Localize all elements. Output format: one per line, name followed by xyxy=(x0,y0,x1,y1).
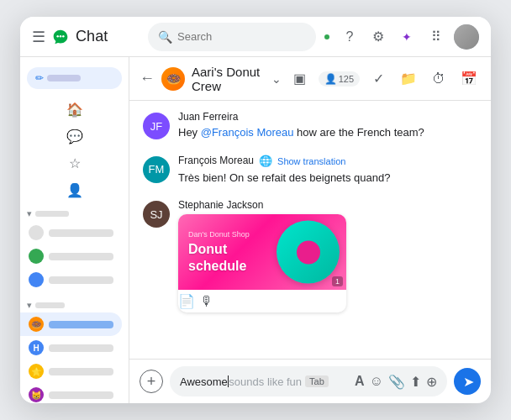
compose-button[interactable]: ✏ xyxy=(27,67,122,89)
tab-hint: Tab xyxy=(305,375,329,387)
message-group-1: JF Juan Ferreira Hey @François Moreau ho… xyxy=(143,111,477,141)
sidebar-item-1[interactable] xyxy=(20,221,122,244)
sidebar-item-4[interactable]: 🌟 xyxy=(20,360,122,383)
mention-francois[interactable]: @François Moreau xyxy=(201,126,294,139)
sidebar-item-5[interactable]: 😸 xyxy=(20,383,122,403)
show-translation-button[interactable]: Show translation xyxy=(277,156,345,166)
item-1-icon xyxy=(29,225,44,240)
user-avatar[interactable] xyxy=(454,24,479,50)
people-icon[interactable]: 👤 xyxy=(65,180,85,200)
video-call-button[interactable]: ▣ xyxy=(288,67,312,91)
donut-card[interactable]: Dan's Donut Shop Donut schedule xyxy=(178,214,346,312)
sparkle-icon[interactable]: ✦ xyxy=(397,27,417,47)
home-icon[interactable]: 🏠 xyxy=(65,99,85,119)
search-input[interactable] xyxy=(177,30,306,43)
star-icon[interactable]: ☆ xyxy=(65,153,85,173)
item-5-label xyxy=(49,391,113,399)
typed-text: Awesome xyxy=(180,375,228,388)
message-group-3: SJ Stephanie Jackson Dan's Donut Shop Do… xyxy=(143,199,477,312)
back-button[interactable]: ← xyxy=(140,70,155,87)
svg-point-0 xyxy=(56,34,59,37)
item-2-label xyxy=(49,253,113,260)
translate-icon: 🌐 xyxy=(259,155,272,167)
more-options-icon[interactable]: ⊕ xyxy=(426,374,437,390)
item-h-icon: H xyxy=(29,340,44,355)
input-area: + Awesome sounds like funTab A ☺ 📎 ⬆ ⊕ ➤ xyxy=(129,359,491,403)
compose-icon: ✏ xyxy=(35,72,44,84)
settings-icon[interactable]: ⚙ xyxy=(368,27,388,47)
messages-area: JF Juan Ferreira Hey @François Moreau ho… xyxy=(129,101,491,359)
send-button[interactable]: ➤ xyxy=(454,368,481,395)
hamburger-icon[interactable]: ☰ xyxy=(32,28,45,46)
status-indicator xyxy=(323,33,331,41)
message-1-content: Juan Ferreira Hey @François Moreau how a… xyxy=(178,111,477,141)
svg-point-1 xyxy=(60,34,62,37)
topbar-left: ☰ Chat xyxy=(32,28,141,46)
google-chat-logo xyxy=(52,29,69,45)
svg-point-2 xyxy=(62,34,65,37)
sidebar-item-2[interactable] xyxy=(20,244,122,268)
topbar: ☰ Chat 🔍 ? ⚙ ✦ ⠿ xyxy=(20,17,491,57)
chat-panel: ← 🍩 Aari's Donut Crew ⌄ ▣ 👤 125 ✓ 📁 ⏱ 📅 xyxy=(129,57,491,403)
item-3-label xyxy=(49,276,113,284)
message-3-content: Stephanie Jackson Dan's Donut Shop Donut… xyxy=(178,199,477,312)
tasks-button[interactable]: ✓ xyxy=(366,67,390,91)
app-title: Chat xyxy=(76,28,108,45)
section-2-header[interactable]: ▾ xyxy=(20,298,129,312)
mic-card-icon: 🎙 xyxy=(200,294,213,309)
donut-crew-icon: 🍩 xyxy=(29,317,44,332)
nav-icons: 🏠 💬 ☆ 👤 xyxy=(20,96,129,203)
donut-image xyxy=(277,221,340,284)
message-input-box[interactable]: Awesome sounds like funTab A ☺ 📎 ⬆ ⊕ xyxy=(170,366,447,396)
item-4-label xyxy=(49,368,113,375)
status-dot xyxy=(323,33,331,41)
help-icon[interactable]: ? xyxy=(340,27,360,47)
message-1-sender: Juan Ferreira xyxy=(178,111,477,123)
group-avatar: 🍩 xyxy=(161,67,185,91)
chat-title: Aari's Donut Crew ⌄ xyxy=(192,65,282,93)
item-4-icon: 🌟 xyxy=(29,364,44,379)
input-text-display: Awesome sounds like funTab xyxy=(180,375,350,388)
app-window: ☰ Chat 🔍 ? ⚙ ✦ ⠿ xyxy=(20,17,491,403)
grid-icon[interactable]: ⠿ xyxy=(425,27,445,47)
donut-card-title: Donut schedule xyxy=(188,241,250,273)
calendar-button[interactable]: 📅 xyxy=(457,67,481,91)
section-1-header[interactable]: ▾ xyxy=(20,207,129,221)
message-2-content: François Moreau 🌐 Show translation Très … xyxy=(178,155,477,186)
folder-button[interactable]: 📁 xyxy=(397,67,420,91)
message-2-text: Très bien! On se refait des beignets qua… xyxy=(178,170,477,186)
item-3-icon xyxy=(29,272,44,287)
sidebar-item-3[interactable] xyxy=(20,268,122,291)
message-3-sender: Stephanie Jackson xyxy=(178,199,477,211)
add-button[interactable]: + xyxy=(140,370,163,393)
upload-icon[interactable]: ⬆ xyxy=(410,374,421,390)
attachment-input-icon[interactable]: 📎 xyxy=(388,374,405,390)
card-title-line1: Donut xyxy=(188,242,227,256)
group-name: Aari's Donut Crew xyxy=(192,65,268,93)
sidebar: ✏ 🏠 💬 ☆ 👤 ▾ xyxy=(20,57,129,403)
card-badge: 1 xyxy=(332,276,343,286)
sidebar-item-h[interactable]: H xyxy=(20,336,122,360)
format-text-icon[interactable]: A xyxy=(355,374,365,389)
autocomplete-hint: sounds like fun xyxy=(229,375,302,388)
send-icon: ➤ xyxy=(463,374,474,390)
donut-crew-label xyxy=(49,321,113,328)
search-bar[interactable]: 🔍 xyxy=(148,23,316,51)
item-5-icon: 😸 xyxy=(29,387,44,402)
message-1-text: Hey @François Moreau how are the French … xyxy=(178,124,477,141)
chat-header-actions: ▣ 👤 125 ✓ 📁 ⏱ 📅 xyxy=(288,67,481,91)
chevron-down-icon[interactable]: ⌄ xyxy=(271,72,282,86)
chat-nav-icon[interactable]: 💬 xyxy=(65,126,85,146)
item-2-icon xyxy=(29,249,44,264)
emoji-icon[interactable]: ☺ xyxy=(370,374,383,389)
message-group-2: FM François Moreau 🌐 Show translation Tr… xyxy=(143,155,477,186)
timer-button[interactable]: ⏱ xyxy=(427,67,450,91)
sidebar-item-donut-crew[interactable]: 🍩 xyxy=(20,312,122,336)
francois-avatar: FM xyxy=(143,156,170,183)
main-area: ✏ 🏠 💬 ☆ 👤 ▾ xyxy=(20,57,491,403)
message-2-sender: François Moreau xyxy=(178,155,254,166)
participant-count: 👤 125 xyxy=(319,71,360,87)
attachment-icon: 📄 xyxy=(178,293,195,309)
card-attachment-row: 📄 🎙 xyxy=(178,290,346,312)
compose-label-bar xyxy=(47,75,81,81)
